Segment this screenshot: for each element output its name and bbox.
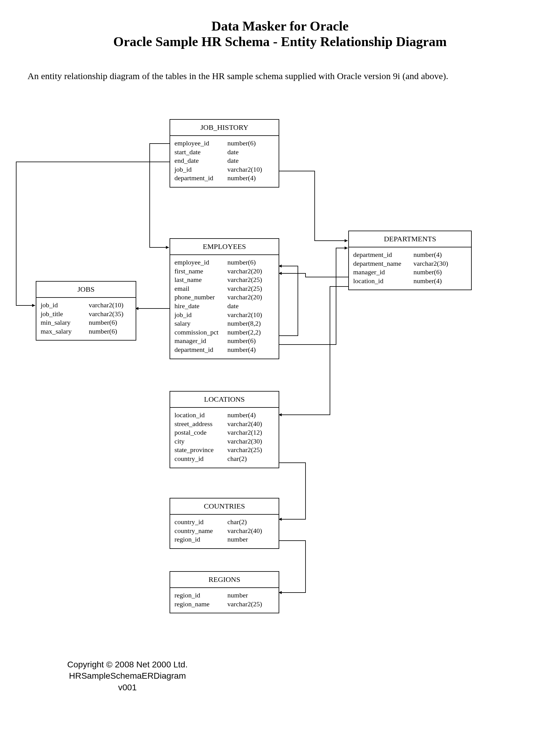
attribute-type: varchar2(20) xyxy=(227,293,274,302)
attribute-name: street_address xyxy=(174,420,227,428)
attribute-name: hire_date xyxy=(174,302,227,311)
attribute-row: state_provincevarchar2(25) xyxy=(174,446,274,454)
attribute-row: start_datedate xyxy=(174,148,274,157)
attribute-type: number(4) xyxy=(227,411,274,420)
attribute-name: location_id xyxy=(353,277,413,286)
title-line-2: Oracle Sample HR Schema - Entity Relatio… xyxy=(0,34,560,50)
attribute-row: department_namevarchar2(30) xyxy=(353,259,467,268)
document-page: Data Masker for Oracle Oracle Sample HR … xyxy=(0,0,560,730)
attribute-name: region_id xyxy=(174,591,227,600)
attribute-type: number(8,2) xyxy=(227,319,274,328)
entity-departments: DEPARTMENTS department_idnumber(4)depart… xyxy=(348,231,472,290)
attribute-name: location_id xyxy=(174,411,227,420)
attribute-type: char(2) xyxy=(227,454,274,463)
entity-title: EMPLOYEES xyxy=(170,239,279,255)
attribute-name: postal_code xyxy=(174,428,227,437)
attribute-name: manager_id xyxy=(353,268,413,277)
attribute-type: varchar2(25) xyxy=(227,276,274,284)
attribute-row: location_idnumber(4) xyxy=(353,277,467,286)
attribute-row: street_addressvarchar2(40) xyxy=(174,420,274,428)
attribute-type: char(2) xyxy=(227,518,274,526)
relationship-lines xyxy=(0,0,560,730)
attribute-row: job_idvarchar2(10) xyxy=(174,311,274,320)
attribute-row: commission_pctnumber(2,2) xyxy=(174,328,274,337)
entity-title: DEPARTMENTS xyxy=(349,231,471,248)
entity-jobs: JOBS job_idvarchar2(10)job_titlevarchar2… xyxy=(36,281,136,341)
attribute-row: employee_idnumber(6) xyxy=(174,258,274,267)
attribute-row: country_namevarchar2(40) xyxy=(174,526,274,535)
page-title: Data Masker for Oracle Oracle Sample HR … xyxy=(0,0,560,50)
attribute-name: department_id xyxy=(353,251,413,259)
attribute-type: number(4) xyxy=(413,277,467,286)
entity-job-history: JOB_HISTORY employee_idnumber(6)start_da… xyxy=(170,119,279,188)
attribute-type: varchar2(40) xyxy=(227,526,274,535)
entity-employees: EMPLOYEES employee_idnumber(6)first_name… xyxy=(170,238,279,359)
attribute-type: number(4) xyxy=(227,346,274,354)
attribute-name: start_date xyxy=(174,148,227,157)
attribute-type: varchar2(10) xyxy=(89,301,131,310)
attribute-type: number(6) xyxy=(89,327,131,336)
attribute-name: department_id xyxy=(174,346,227,354)
attribute-name: manager_id xyxy=(174,337,227,346)
attribute-row: phone_numbervarchar2(20) xyxy=(174,293,274,302)
attribute-name: job_title xyxy=(41,310,89,319)
attribute-name: state_province xyxy=(174,446,227,454)
attribute-type: varchar2(40) xyxy=(227,420,274,428)
entity-body: department_idnumber(4)department_namevar… xyxy=(349,248,471,290)
attribute-type: varchar2(25) xyxy=(227,446,274,454)
entity-body: location_idnumber(4)street_addressvarcha… xyxy=(170,408,279,468)
entity-title: COUNTRIES xyxy=(170,498,279,515)
attribute-type: number(6) xyxy=(227,258,274,267)
attribute-name: job_id xyxy=(174,165,227,174)
entity-title: LOCATIONS xyxy=(170,391,279,408)
attribute-name: employee_id xyxy=(174,258,227,267)
page-footer: Copyright © 2008 Net 2000 Ltd. HRSampleS… xyxy=(67,659,188,693)
entity-title: JOBS xyxy=(36,282,136,298)
attribute-row: end_datedate xyxy=(174,156,274,165)
attribute-row: last_namevarchar2(25) xyxy=(174,276,274,284)
attribute-row: job_idvarchar2(10) xyxy=(41,301,131,310)
title-line-1: Data Masker for Oracle xyxy=(0,18,560,34)
attribute-row: job_idvarchar2(10) xyxy=(174,165,274,174)
attribute-row: country_idchar(2) xyxy=(174,454,274,463)
attribute-type: number(4) xyxy=(227,174,274,183)
attribute-name: job_id xyxy=(174,311,227,320)
attribute-row: emailvarchar2(25) xyxy=(174,284,274,293)
attribute-type: number(2,2) xyxy=(227,328,274,337)
attribute-type: number(6) xyxy=(227,337,274,346)
attribute-type: varchar2(30) xyxy=(413,259,467,268)
attribute-type: number(4) xyxy=(413,251,467,259)
attribute-name: region_name xyxy=(174,600,227,609)
attribute-type: number(6) xyxy=(89,318,131,327)
attribute-name: region_id xyxy=(174,535,227,544)
attribute-row: department_idnumber(4) xyxy=(353,251,467,259)
entity-body: country_idchar(2)country_namevarchar2(40… xyxy=(170,515,279,548)
attribute-row: cityvarchar2(30) xyxy=(174,437,274,446)
attribute-row: department_idnumber(4) xyxy=(174,174,274,183)
attribute-type: varchar2(30) xyxy=(227,437,274,446)
attribute-row: hire_datedate xyxy=(174,302,274,311)
attribute-type: varchar2(35) xyxy=(89,310,131,319)
attribute-row: postal_codevarchar2(12) xyxy=(174,428,274,437)
footer-line: v001 xyxy=(67,682,188,693)
entity-title: REGIONS xyxy=(170,572,279,588)
attribute-type: varchar2(25) xyxy=(227,284,274,293)
attribute-name: country_id xyxy=(174,454,227,463)
attribute-row: location_idnumber(4) xyxy=(174,411,274,420)
attribute-row: min_salarynumber(6) xyxy=(41,318,131,327)
attribute-row: department_idnumber(4) xyxy=(174,346,274,354)
attribute-name: first_name xyxy=(174,267,227,276)
attribute-row: region_idnumber xyxy=(174,591,274,600)
attribute-name: employee_id xyxy=(174,139,227,148)
attribute-name: country_id xyxy=(174,518,227,526)
entity-regions: REGIONS region_idnumberregion_namevarcha… xyxy=(170,571,279,613)
attribute-row: job_titlevarchar2(35) xyxy=(41,310,131,319)
page-description: An entity relationship diagram of the ta… xyxy=(0,50,560,81)
attribute-name: commission_pct xyxy=(174,328,227,337)
entity-body: job_idvarchar2(10)job_titlevarchar2(35)m… xyxy=(36,298,136,340)
attribute-row: max_salarynumber(6) xyxy=(41,327,131,336)
entity-body: employee_idnumber(6)start_datedateend_da… xyxy=(170,136,279,187)
attribute-type: number xyxy=(227,591,274,600)
attribute-type: varchar2(10) xyxy=(227,311,274,320)
attribute-type: number(6) xyxy=(227,139,274,148)
